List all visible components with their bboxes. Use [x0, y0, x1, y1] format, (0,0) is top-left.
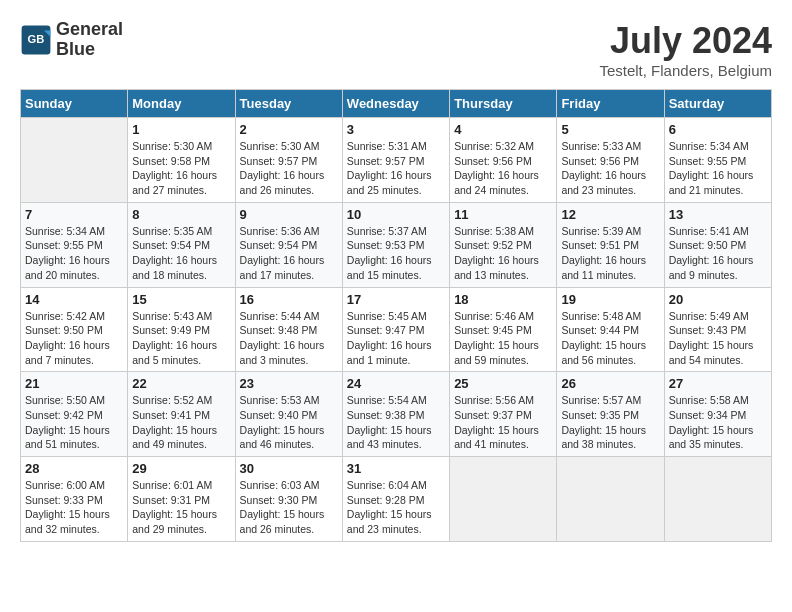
calendar-cell: 20Sunrise: 5:49 AM Sunset: 9:43 PM Dayli… — [664, 287, 771, 372]
calendar-cell: 16Sunrise: 5:44 AM Sunset: 9:48 PM Dayli… — [235, 287, 342, 372]
page-header: GB General Blue July 2024 Testelt, Fland… — [20, 20, 772, 79]
day-info: Sunrise: 5:38 AM Sunset: 9:52 PM Dayligh… — [454, 224, 552, 283]
day-number: 11 — [454, 207, 552, 222]
calendar-cell: 2Sunrise: 5:30 AM Sunset: 9:57 PM Daylig… — [235, 118, 342, 203]
calendar-cell — [664, 457, 771, 542]
calendar-cell: 12Sunrise: 5:39 AM Sunset: 9:51 PM Dayli… — [557, 202, 664, 287]
calendar-cell: 10Sunrise: 5:37 AM Sunset: 9:53 PM Dayli… — [342, 202, 449, 287]
calendar-cell: 31Sunrise: 6:04 AM Sunset: 9:28 PM Dayli… — [342, 457, 449, 542]
calendar-cell: 29Sunrise: 6:01 AM Sunset: 9:31 PM Dayli… — [128, 457, 235, 542]
day-info: Sunrise: 5:50 AM Sunset: 9:42 PM Dayligh… — [25, 393, 123, 452]
day-number: 4 — [454, 122, 552, 137]
day-number: 3 — [347, 122, 445, 137]
calendar-cell: 30Sunrise: 6:03 AM Sunset: 9:30 PM Dayli… — [235, 457, 342, 542]
svg-text:GB: GB — [28, 33, 45, 45]
day-number: 5 — [561, 122, 659, 137]
calendar-cell: 9Sunrise: 5:36 AM Sunset: 9:54 PM Daylig… — [235, 202, 342, 287]
calendar-cell: 24Sunrise: 5:54 AM Sunset: 9:38 PM Dayli… — [342, 372, 449, 457]
day-number: 23 — [240, 376, 338, 391]
calendar-cell: 18Sunrise: 5:46 AM Sunset: 9:45 PM Dayli… — [450, 287, 557, 372]
weekday-header-thursday: Thursday — [450, 90, 557, 118]
calendar-cell: 28Sunrise: 6:00 AM Sunset: 9:33 PM Dayli… — [21, 457, 128, 542]
day-info: Sunrise: 6:00 AM Sunset: 9:33 PM Dayligh… — [25, 478, 123, 537]
day-info: Sunrise: 5:39 AM Sunset: 9:51 PM Dayligh… — [561, 224, 659, 283]
day-info: Sunrise: 5:31 AM Sunset: 9:57 PM Dayligh… — [347, 139, 445, 198]
day-number: 19 — [561, 292, 659, 307]
day-info: Sunrise: 5:33 AM Sunset: 9:56 PM Dayligh… — [561, 139, 659, 198]
day-number: 14 — [25, 292, 123, 307]
day-number: 18 — [454, 292, 552, 307]
day-info: Sunrise: 5:58 AM Sunset: 9:34 PM Dayligh… — [669, 393, 767, 452]
day-info: Sunrise: 5:42 AM Sunset: 9:50 PM Dayligh… — [25, 309, 123, 368]
calendar-header-row: SundayMondayTuesdayWednesdayThursdayFrid… — [21, 90, 772, 118]
day-number: 21 — [25, 376, 123, 391]
day-info: Sunrise: 5:35 AM Sunset: 9:54 PM Dayligh… — [132, 224, 230, 283]
day-info: Sunrise: 5:53 AM Sunset: 9:40 PM Dayligh… — [240, 393, 338, 452]
day-number: 25 — [454, 376, 552, 391]
calendar-week-row: 28Sunrise: 6:00 AM Sunset: 9:33 PM Dayli… — [21, 457, 772, 542]
day-number: 6 — [669, 122, 767, 137]
calendar-cell: 7Sunrise: 5:34 AM Sunset: 9:55 PM Daylig… — [21, 202, 128, 287]
day-info: Sunrise: 5:52 AM Sunset: 9:41 PM Dayligh… — [132, 393, 230, 452]
calendar-cell: 3Sunrise: 5:31 AM Sunset: 9:57 PM Daylig… — [342, 118, 449, 203]
calendar-cell: 17Sunrise: 5:45 AM Sunset: 9:47 PM Dayli… — [342, 287, 449, 372]
logo-text: General Blue — [56, 20, 123, 60]
calendar-cell: 8Sunrise: 5:35 AM Sunset: 9:54 PM Daylig… — [128, 202, 235, 287]
calendar-cell: 25Sunrise: 5:56 AM Sunset: 9:37 PM Dayli… — [450, 372, 557, 457]
calendar-cell: 22Sunrise: 5:52 AM Sunset: 9:41 PM Dayli… — [128, 372, 235, 457]
weekday-header-monday: Monday — [128, 90, 235, 118]
day-info: Sunrise: 5:41 AM Sunset: 9:50 PM Dayligh… — [669, 224, 767, 283]
weekday-header-sunday: Sunday — [21, 90, 128, 118]
day-info: Sunrise: 5:54 AM Sunset: 9:38 PM Dayligh… — [347, 393, 445, 452]
day-number: 24 — [347, 376, 445, 391]
day-info: Sunrise: 5:32 AM Sunset: 9:56 PM Dayligh… — [454, 139, 552, 198]
day-number: 29 — [132, 461, 230, 476]
calendar-cell: 27Sunrise: 5:58 AM Sunset: 9:34 PM Dayli… — [664, 372, 771, 457]
day-number: 27 — [669, 376, 767, 391]
calendar-cell: 26Sunrise: 5:57 AM Sunset: 9:35 PM Dayli… — [557, 372, 664, 457]
day-info: Sunrise: 5:34 AM Sunset: 9:55 PM Dayligh… — [25, 224, 123, 283]
day-info: Sunrise: 5:36 AM Sunset: 9:54 PM Dayligh… — [240, 224, 338, 283]
day-number: 31 — [347, 461, 445, 476]
day-info: Sunrise: 5:57 AM Sunset: 9:35 PM Dayligh… — [561, 393, 659, 452]
day-info: Sunrise: 6:03 AM Sunset: 9:30 PM Dayligh… — [240, 478, 338, 537]
calendar-cell: 1Sunrise: 5:30 AM Sunset: 9:58 PM Daylig… — [128, 118, 235, 203]
calendar-cell: 11Sunrise: 5:38 AM Sunset: 9:52 PM Dayli… — [450, 202, 557, 287]
day-number: 7 — [25, 207, 123, 222]
day-info: Sunrise: 5:30 AM Sunset: 9:58 PM Dayligh… — [132, 139, 230, 198]
day-number: 2 — [240, 122, 338, 137]
day-number: 15 — [132, 292, 230, 307]
month-year: July 2024 — [599, 20, 772, 62]
weekday-header-tuesday: Tuesday — [235, 90, 342, 118]
calendar-week-row: 14Sunrise: 5:42 AM Sunset: 9:50 PM Dayli… — [21, 287, 772, 372]
logo-line1: General — [56, 20, 123, 40]
calendar-cell: 21Sunrise: 5:50 AM Sunset: 9:42 PM Dayli… — [21, 372, 128, 457]
calendar-week-row: 7Sunrise: 5:34 AM Sunset: 9:55 PM Daylig… — [21, 202, 772, 287]
calendar-cell: 4Sunrise: 5:32 AM Sunset: 9:56 PM Daylig… — [450, 118, 557, 203]
calendar-cell: 5Sunrise: 5:33 AM Sunset: 9:56 PM Daylig… — [557, 118, 664, 203]
day-number: 10 — [347, 207, 445, 222]
calendar-cell — [450, 457, 557, 542]
logo: GB General Blue — [20, 20, 123, 60]
location: Testelt, Flanders, Belgium — [599, 62, 772, 79]
day-info: Sunrise: 6:01 AM Sunset: 9:31 PM Dayligh… — [132, 478, 230, 537]
calendar-cell: 14Sunrise: 5:42 AM Sunset: 9:50 PM Dayli… — [21, 287, 128, 372]
day-number: 9 — [240, 207, 338, 222]
logo-line2: Blue — [56, 40, 123, 60]
weekday-header-wednesday: Wednesday — [342, 90, 449, 118]
calendar-week-row: 21Sunrise: 5:50 AM Sunset: 9:42 PM Dayli… — [21, 372, 772, 457]
calendar-cell — [557, 457, 664, 542]
calendar-cell — [21, 118, 128, 203]
day-number: 1 — [132, 122, 230, 137]
weekday-header-friday: Friday — [557, 90, 664, 118]
calendar-cell: 6Sunrise: 5:34 AM Sunset: 9:55 PM Daylig… — [664, 118, 771, 203]
calendar-week-row: 1Sunrise: 5:30 AM Sunset: 9:58 PM Daylig… — [21, 118, 772, 203]
day-info: Sunrise: 5:56 AM Sunset: 9:37 PM Dayligh… — [454, 393, 552, 452]
day-info: Sunrise: 5:37 AM Sunset: 9:53 PM Dayligh… — [347, 224, 445, 283]
day-number: 30 — [240, 461, 338, 476]
calendar-cell: 23Sunrise: 5:53 AM Sunset: 9:40 PM Dayli… — [235, 372, 342, 457]
day-info: Sunrise: 5:43 AM Sunset: 9:49 PM Dayligh… — [132, 309, 230, 368]
day-number: 26 — [561, 376, 659, 391]
calendar-body: 1Sunrise: 5:30 AM Sunset: 9:58 PM Daylig… — [21, 118, 772, 542]
weekday-header-saturday: Saturday — [664, 90, 771, 118]
